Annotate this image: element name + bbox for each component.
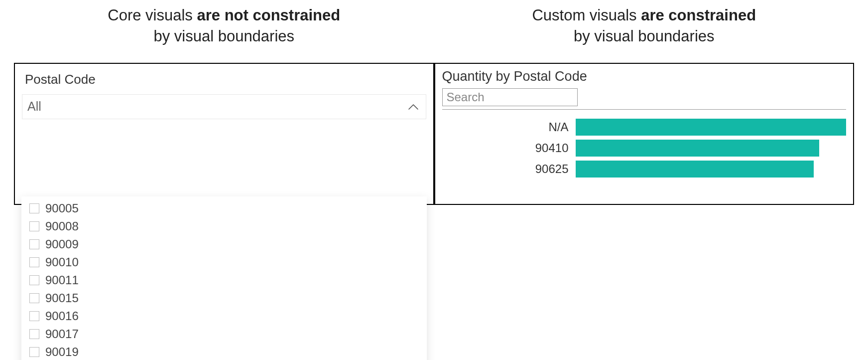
list-item[interactable]: 90008 [21,217,427,235]
custom-visual-frame: Quantity by Postal Code N/A 90410 90625 [434,63,855,205]
bar-track [576,140,847,157]
list-item[interactable]: 90011 [21,271,427,289]
divider [442,109,847,110]
right-heading-bold: are constrained [641,6,756,24]
checkbox-icon[interactable] [29,275,39,285]
left-heading-prefix: Core visuals [108,6,197,24]
option-label: 90019 [45,345,79,359]
list-item[interactable]: 90005 [21,199,427,217]
list-item[interactable]: 90009 [21,235,427,253]
search-box[interactable] [442,88,578,106]
checkbox-icon[interactable] [29,221,39,231]
chevron-up-icon [408,101,419,112]
option-label: 90011 [45,273,79,287]
list-item[interactable]: 90019 [21,343,427,360]
left-heading-bold: are not constrained [197,6,341,24]
core-visual-frame: Postal Code All [14,63,434,205]
bar-label: N/A [442,120,571,134]
option-label: 90010 [45,255,79,269]
option-label: 90016 [45,309,79,323]
list-item[interactable]: 90016 [21,307,427,325]
bar-row[interactable]: N/A [442,117,847,138]
left-heading-line2: by visual boundaries [24,26,424,47]
slicer-dropdown-list[interactable]: 90005 90008 90009 90010 90011 90015 [21,196,427,360]
list-item[interactable]: 90015 [21,289,427,307]
option-label: 90017 [45,327,79,341]
slicer-dropdown-header[interactable]: All [22,94,426,119]
bar-fill [576,119,847,136]
bar-label: 90410 [442,141,571,155]
bar-track [576,119,847,136]
option-label: 90015 [45,291,79,305]
option-label: 90008 [45,219,79,233]
checkbox-icon[interactable] [29,329,39,339]
custom-visual-title: Quantity by Postal Code [435,64,854,86]
right-heading-line2: by visual boundaries [444,26,845,47]
checkbox-icon[interactable] [29,239,39,249]
bar-row[interactable]: 90625 [442,159,847,180]
checkbox-icon[interactable] [29,347,39,357]
bar-chart: N/A 90410 90625 [435,115,854,180]
checkbox-icon[interactable] [29,203,39,213]
bar-label: 90625 [442,162,571,176]
slicer-title: Postal Code [15,64,433,91]
left-heading: Core visuals are not constrained by visu… [14,5,434,47]
option-label: 90005 [45,201,79,215]
right-heading-prefix: Custom visuals [532,6,641,24]
checkbox-icon[interactable] [29,293,39,303]
slicer-selected-value: All [27,99,41,114]
checkbox-icon[interactable] [29,257,39,267]
option-label: 90009 [45,237,79,251]
list-item[interactable]: 90017 [21,325,427,343]
bar-row[interactable]: 90410 [442,138,847,159]
bar-fill [576,140,819,157]
checkbox-icon[interactable] [29,311,39,321]
search-input[interactable] [447,90,573,104]
list-item[interactable]: 90010 [21,253,427,271]
right-heading: Custom visuals are constrained by visual… [434,5,855,47]
bar-fill [576,161,814,178]
bar-track [576,161,847,178]
